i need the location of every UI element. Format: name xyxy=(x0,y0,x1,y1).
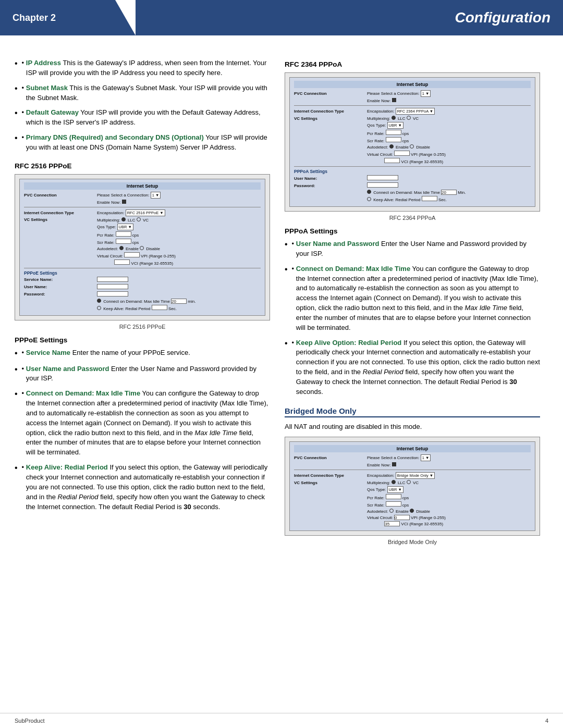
sim-pass-value xyxy=(97,291,128,298)
sim-radio-llc3[interactable] xyxy=(391,480,396,484)
bullet-dot: • xyxy=(292,264,296,333)
sim-auto-value: Autodetect: Enable Disable xyxy=(97,246,160,251)
sim-pass2-input[interactable] xyxy=(367,182,398,188)
sim-radio-ka2[interactable] xyxy=(367,197,371,201)
bullet-dot: • xyxy=(292,338,296,397)
sim-dropdown[interactable]: 1 ▼ xyxy=(151,192,161,199)
sim-form-2364: Internet Setup PVC Connection Please Sel… xyxy=(289,77,535,207)
sim-row: Internet Connection Type Encapsulation: … xyxy=(294,472,531,479)
sim-row: VC Settings Multiplexing: LLC VC xyxy=(294,116,531,121)
sim-row: 35 VCI (Range 32-65535) xyxy=(294,521,531,526)
sim-redial2-input[interactable] xyxy=(422,196,437,201)
sim-row: Scr Rate: cps xyxy=(294,137,531,143)
sim-pcr3-input[interactable] xyxy=(386,494,401,499)
sim-vpi2-input[interactable] xyxy=(394,151,410,156)
sim-idle2-input[interactable]: 20 xyxy=(441,190,457,195)
sim-radio-llc2[interactable] xyxy=(391,116,396,120)
sim-scr-input[interactable] xyxy=(116,239,131,244)
rfc2364-header: RFC 2364 PPPoA xyxy=(285,60,540,68)
sim-radio-cod[interactable] xyxy=(97,299,101,303)
sim-qos3-drop[interactable]: UBR ▼ xyxy=(387,486,403,493)
sim-idle-input[interactable]: 20 xyxy=(171,299,187,304)
sim-qos2-val: Qos Type: UBR ▼ xyxy=(367,122,403,129)
term-ka-left: Keep Alive: Redial Period xyxy=(26,463,108,471)
sim-pass-input[interactable] xyxy=(97,291,128,297)
sim-redial-input[interactable] xyxy=(152,305,167,310)
sim-radio-vc[interactable] xyxy=(137,217,141,221)
sim-user-input[interactable] xyxy=(97,284,128,289)
sim-radio-ka[interactable] xyxy=(97,306,101,310)
sim-encap3[interactable]: Bridge Mode Only ▼ xyxy=(396,472,435,479)
sim-qos2-drop[interactable]: UBR ▼ xyxy=(387,122,403,129)
sim-encap-dropdown[interactable]: RFC 2516 PPPoE ▼ xyxy=(126,209,165,216)
sim-row: Enable Now: xyxy=(24,200,261,205)
sim-pass2-label: Password: xyxy=(294,183,367,188)
bullet-content: User Name and Password Enter the User Na… xyxy=(26,364,270,384)
sim-encap2[interactable]: RFC 2364 PPPoA ▼ xyxy=(396,108,435,115)
sim-row: Qos Type: UBR ▼ xyxy=(294,122,531,129)
sim-vci2-val: VCI (Range 32-65535) xyxy=(367,158,443,164)
title-text: Configuration xyxy=(455,9,550,26)
bridged-header: Bridged Mode Only xyxy=(285,406,540,417)
sim-pvc-label3: PVC Connection xyxy=(294,455,367,460)
sim-dropdown2[interactable]: 1 ▼ xyxy=(421,90,431,97)
bridged-screenshot: Internet Setup PVC Connection Please Sel… xyxy=(285,437,540,536)
sim-ka2-val: Keep Alive: Redial Period Sec. xyxy=(367,196,447,202)
sim-vc-label5: VC Settings xyxy=(294,480,367,485)
sim-vc2-val: Virtual Circuit: VPI (Range 0-255) xyxy=(367,151,446,157)
sim-user2-val xyxy=(367,175,398,181)
sim-divider xyxy=(24,207,261,207)
sim-pcr-input[interactable] xyxy=(116,231,131,237)
bullet-dot: • xyxy=(22,348,26,359)
sim-svc-input[interactable] xyxy=(97,277,128,282)
sim-dropdown3[interactable]: 1 ▼ xyxy=(421,454,431,461)
sim-ict-label3: Internet Connection Type xyxy=(294,473,367,478)
pppoe-settings-header: PPPoE Settings xyxy=(15,336,270,344)
bridged-caption: Bridged Mode Only xyxy=(285,539,540,545)
sim-row: VCI (Range 32-65535) xyxy=(294,158,531,164)
sim-radio-disable[interactable] xyxy=(140,246,144,250)
sim-user2-input[interactable] xyxy=(367,175,398,180)
sim-vc2-value: Virtual Circuit: VPI (Range 0-255) xyxy=(97,252,176,258)
sim-row: Enable Now: xyxy=(294,462,531,467)
sim-row: Pcr Rate: cps xyxy=(24,231,261,238)
sim-radio-en3[interactable] xyxy=(389,509,394,513)
sim-divider2 xyxy=(24,268,261,268)
sim-radio-en2[interactable] xyxy=(389,144,394,149)
sim-row: Autodetect: Enable Disable xyxy=(24,246,261,251)
sim-radio-dis3[interactable] xyxy=(410,509,414,513)
sim-pppoa-label: PPPoA Settings xyxy=(294,169,531,174)
sim-pcr2-input[interactable] xyxy=(386,130,401,135)
sim-radio-llc[interactable] xyxy=(121,217,126,221)
sim-checkbox2[interactable] xyxy=(392,98,396,102)
sim-vpi3-input[interactable]: 0 xyxy=(394,515,410,520)
sim-vpi-input[interactable] xyxy=(124,252,140,257)
sim-svc-value xyxy=(97,277,128,283)
bullet-content: Keep Alive: Redial Period If you select … xyxy=(26,463,270,512)
sim-user-value xyxy=(97,284,128,290)
sim-qos-dropdown[interactable]: UBR ▼ xyxy=(117,224,133,230)
sim-checkbox3[interactable] xyxy=(392,462,396,466)
sim-vci-input[interactable] xyxy=(114,260,130,265)
list-item: • Connect on Demand: Max Idle Time You c… xyxy=(285,264,540,333)
sim-radio-vc2[interactable] xyxy=(407,116,411,120)
sim-radio-vc3[interactable] xyxy=(407,480,411,484)
bullet-dot: • xyxy=(22,58,26,78)
sim-scr2-input[interactable] xyxy=(386,137,401,142)
sim-vci2-input[interactable] xyxy=(384,158,400,163)
sim-scr3-val: Scr Rate: cps xyxy=(367,501,409,508)
sim-pvc-value: Please Select a Connection: 1 ▼ xyxy=(97,192,161,199)
sim-checkbox[interactable] xyxy=(122,200,126,204)
sim-radio-cod2[interactable] xyxy=(367,190,371,194)
sim-ka-value: Keep Alive: Redial Period Sec. xyxy=(97,305,177,311)
term-cod-right: Connect on Demand: Max Idle Time xyxy=(296,265,410,273)
sim-svc-label: Service Name: xyxy=(24,277,97,282)
sim-vci3-input[interactable]: 35 xyxy=(384,521,400,526)
sim-radio-dis2[interactable] xyxy=(410,144,414,149)
left-column: • IP Address This is the Gateway's IP ad… xyxy=(15,58,270,551)
bullet-dot: • xyxy=(292,239,296,259)
term-service: Service Name xyxy=(26,349,70,356)
sim-radio-enable[interactable] xyxy=(119,246,124,250)
sim-ict-value: Encapsulation: RFC 2516 PPPoE ▼ xyxy=(97,209,165,216)
sim-scr3-input[interactable] xyxy=(386,501,401,507)
